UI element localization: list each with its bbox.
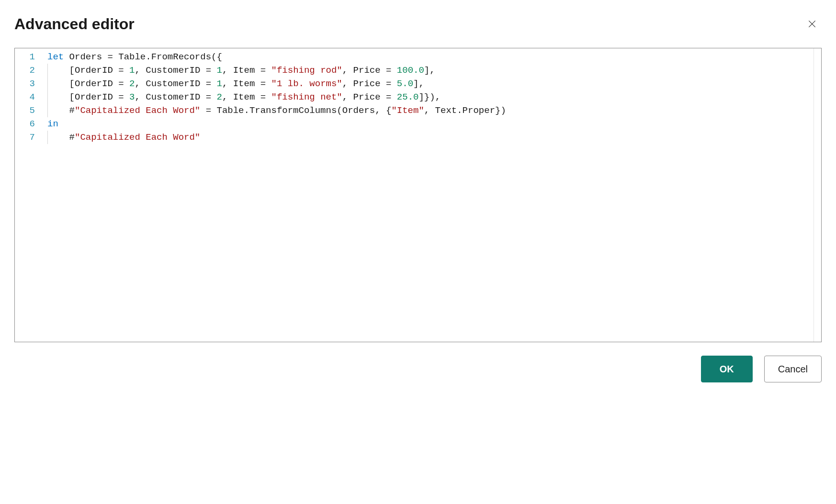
code-token: in (47, 119, 58, 129)
code-token: CustomerID (146, 78, 205, 89)
code-token: "1 lb. worms" (271, 78, 342, 89)
code-token: = (118, 92, 129, 102)
line-number: 7 (15, 131, 44, 144)
code-token: Orders (64, 52, 107, 62)
code-token: 2 (217, 92, 222, 102)
code-token: OrderID (75, 92, 118, 102)
code-token: Price (353, 92, 386, 102)
code-token: let (47, 52, 64, 62)
code-line[interactable]: [OrderID = 2, CustomerID = 1, Item = "1 … (44, 77, 821, 90)
code-token: # (47, 132, 75, 143)
code-area[interactable]: let Orders = Table.FromRecords({ [OrderI… (44, 48, 821, 342)
code-token: ( (337, 105, 342, 116)
code-line[interactable]: #"Capitalized Each Word" = Table.Transfo… (44, 104, 821, 117)
code-token: ({ (211, 52, 222, 62)
code-token: , (135, 92, 146, 102)
dialog-footer: OK Cancel (14, 356, 822, 382)
code-token: , (222, 78, 233, 89)
code-token: Table.FromRecords (113, 52, 211, 62)
code-token: Table.TransformColumns (216, 105, 337, 116)
code-token: Price (353, 65, 386, 76)
code-token: , { (375, 105, 391, 116)
dialog-title: Advanced editor (14, 15, 135, 33)
code-token: 1 (217, 65, 222, 76)
code-line[interactable]: [OrderID = 3, CustomerID = 2, Item = "fi… (44, 90, 821, 104)
code-token: 5.0 (397, 78, 413, 89)
code-token: , (135, 65, 146, 76)
code-line[interactable]: #"Capitalized Each Word" (44, 131, 821, 144)
scrollbar-track[interactable] (813, 48, 821, 342)
code-token: CustomerID (146, 65, 205, 76)
code-token: Item (233, 65, 260, 76)
code-token: ], (413, 78, 424, 89)
code-token: "Item" (391, 105, 424, 116)
close-button[interactable] (802, 14, 822, 34)
code-token: Item (233, 78, 260, 89)
line-number: 3 (15, 77, 44, 90)
code-token: # (47, 105, 75, 116)
code-token: 2 (129, 78, 135, 89)
code-token: Price (353, 78, 386, 89)
close-icon (807, 19, 817, 29)
code-line[interactable]: [OrderID = 1, CustomerID = 1, Item = "fi… (44, 64, 821, 77)
code-token: 3 (129, 92, 135, 102)
line-number: 5 (15, 104, 44, 117)
code-token: CustomerID (146, 92, 205, 102)
line-number: 1 (15, 50, 44, 64)
code-token: = (118, 65, 129, 76)
code-token: = (206, 65, 217, 76)
code-token: 1 (217, 78, 222, 89)
line-number: 4 (15, 90, 44, 104)
code-token: = (118, 78, 129, 89)
code-token: = (260, 78, 271, 89)
code-token: , (222, 92, 233, 102)
code-token: , (342, 92, 353, 102)
code-token: = (260, 65, 271, 76)
code-line[interactable]: let Orders = Table.FromRecords({ (44, 50, 821, 64)
code-token: [ (47, 78, 75, 89)
ok-button[interactable]: OK (701, 356, 753, 382)
code-token: Orders (342, 105, 375, 116)
code-token: 25.0 (397, 92, 419, 102)
code-token: "Capitalized Each Word" (75, 132, 200, 143)
code-token: = (206, 92, 217, 102)
code-token: }) (495, 105, 506, 116)
code-token: Item (233, 92, 260, 102)
cancel-button[interactable]: Cancel (764, 356, 822, 382)
code-token: 100.0 (397, 65, 424, 76)
code-editor[interactable]: 1234567 let Orders = Table.FromRecords({… (14, 48, 822, 342)
code-token: , (424, 105, 435, 116)
code-token (200, 105, 205, 116)
code-token: , (222, 65, 233, 76)
code-token: , (342, 78, 353, 89)
code-token: = (206, 78, 217, 89)
dialog-header: Advanced editor (14, 14, 822, 34)
code-line[interactable]: in (44, 117, 821, 131)
code-token: OrderID (75, 65, 118, 76)
code-token: "fishing rod" (271, 65, 342, 76)
code-token: = (206, 105, 217, 116)
code-token: Text.Proper (435, 105, 495, 116)
code-token: , (342, 65, 353, 76)
code-token: = (386, 65, 397, 76)
code-token: , (135, 78, 146, 89)
code-token: = (260, 92, 271, 102)
code-token: = (386, 92, 397, 102)
line-number: 6 (15, 117, 44, 131)
code-token: "Capitalized Each Word" (75, 105, 200, 116)
code-token: = (107, 52, 113, 62)
code-token: OrderID (75, 78, 118, 89)
code-token: "fishing net" (271, 92, 342, 102)
line-number: 2 (15, 64, 44, 77)
line-number-gutter: 1234567 (15, 48, 44, 342)
code-token: [ (47, 65, 75, 76)
code-token: ]}), (418, 92, 441, 102)
code-token: = (386, 78, 397, 89)
code-token: 1 (129, 65, 135, 76)
code-token: [ (47, 92, 75, 102)
code-token: ], (424, 65, 435, 76)
